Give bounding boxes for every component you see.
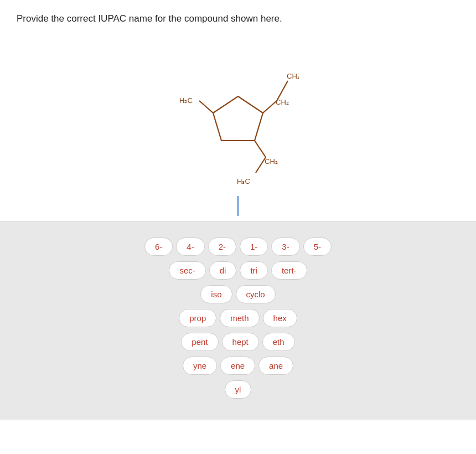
- pill-button-prop[interactable]: prop: [179, 309, 216, 327]
- pill-button-ane[interactable]: ane: [258, 357, 293, 375]
- pill-button-tert[interactable]: tert-: [271, 261, 307, 280]
- svg-text:H₂C: H₂C: [179, 96, 193, 105]
- bottom-section: 6-4-2-1-3-5- sec-ditritert- isocyclo pro…: [0, 222, 476, 420]
- button-row-4: propmethhex: [179, 309, 297, 327]
- pill-button-tri[interactable]: tri: [240, 261, 268, 280]
- svg-marker-0: [213, 96, 263, 141]
- pill-button-pent[interactable]: pent: [181, 333, 218, 351]
- pill-button-hex[interactable]: hex: [263, 309, 297, 327]
- pill-button-4[interactable]: 4-: [176, 238, 204, 256]
- button-row-2: sec-ditritert-: [169, 261, 307, 280]
- pill-button-eth[interactable]: eth: [262, 333, 295, 351]
- pill-button-cyclo[interactable]: cyclo: [236, 285, 276, 303]
- button-row-7: yl: [225, 380, 252, 399]
- top-section: Provide the correct IUPAC name for the c…: [0, 0, 476, 221]
- pill-button-yne[interactable]: yne: [183, 357, 217, 375]
- cursor-line: [17, 196, 459, 216]
- pill-button-2[interactable]: 2-: [208, 238, 236, 256]
- molecule-svg: CH₃ CH₂ H₂C CH₂ H₃C: [177, 41, 299, 190]
- button-row-6: yneeneane: [183, 357, 293, 375]
- question-text: Provide the correct IUPAC name for the c…: [17, 13, 459, 24]
- svg-text:H₃C: H₃C: [237, 177, 250, 185]
- pill-button-1[interactable]: 1-: [240, 238, 268, 256]
- svg-line-3: [199, 101, 213, 113]
- svg-text:CH₂: CH₂: [265, 157, 278, 166]
- svg-text:CH₂: CH₂: [276, 98, 289, 106]
- button-row-3: isocyclo: [200, 285, 275, 303]
- pill-button-sec[interactable]: sec-: [169, 261, 205, 280]
- pill-button-5[interactable]: 5-: [303, 238, 332, 256]
- pill-button-yl[interactable]: yl: [225, 380, 252, 399]
- pill-button-hept[interactable]: hept: [222, 333, 259, 351]
- molecule-container: CH₃ CH₂ H₂C CH₂ H₃C: [17, 35, 459, 190]
- pill-button-6[interactable]: 6-: [144, 238, 173, 256]
- pill-button-di[interactable]: di: [209, 261, 237, 280]
- pill-button-ene[interactable]: ene: [220, 357, 255, 375]
- pill-button-meth[interactable]: meth: [220, 309, 259, 327]
- button-row-5: penthepteth: [181, 333, 294, 351]
- pill-button-iso[interactable]: iso: [200, 285, 232, 303]
- svg-line-4: [255, 141, 266, 157]
- svg-text:CH₃: CH₃: [287, 72, 299, 80]
- svg-line-1: [263, 101, 277, 113]
- pill-button-3[interactable]: 3-: [271, 238, 299, 256]
- button-row-1: 6-4-2-1-3-5-: [144, 238, 332, 256]
